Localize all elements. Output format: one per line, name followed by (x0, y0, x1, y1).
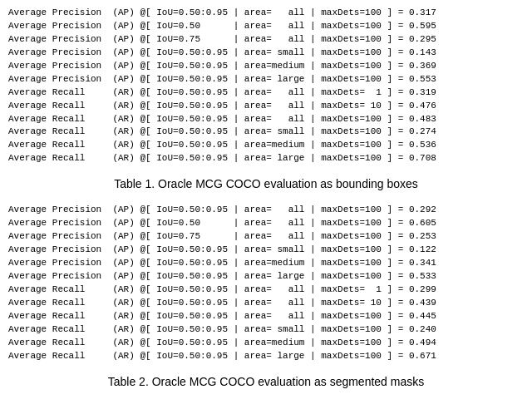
table2-title: Table 2. Oracle MCG COCO evaluation as s… (8, 375, 524, 388)
table1-title: Table 1. Oracle MCG COCO evaluation as b… (8, 177, 524, 190)
section1-metrics: Average Precision (AP) @[ IoU=0.50:0.95 … (8, 7, 524, 165)
section2-metrics: Average Precision (AP) @[ IoU=0.50:0.95 … (8, 204, 524, 362)
